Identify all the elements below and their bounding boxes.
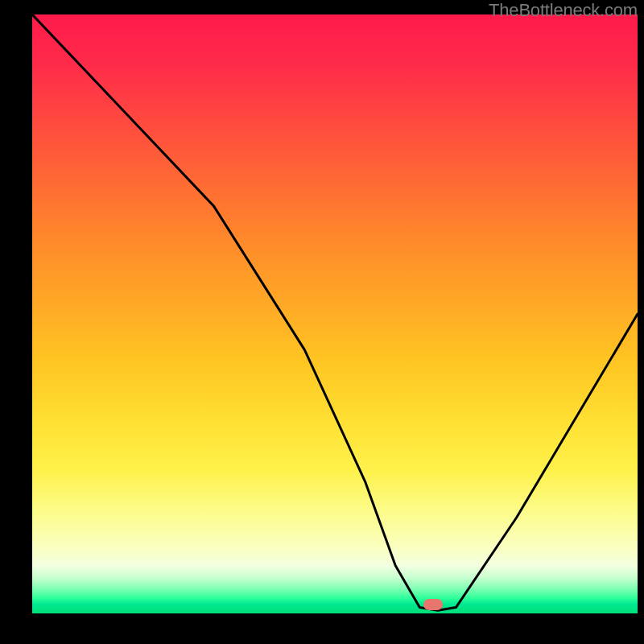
watermark-text: TheBottleneck.com <box>489 0 638 21</box>
plot-area <box>32 14 638 613</box>
bottleneck-curve <box>32 14 638 613</box>
optimal-marker <box>423 599 443 610</box>
chart-frame: TheBottleneck.com <box>0 0 644 644</box>
